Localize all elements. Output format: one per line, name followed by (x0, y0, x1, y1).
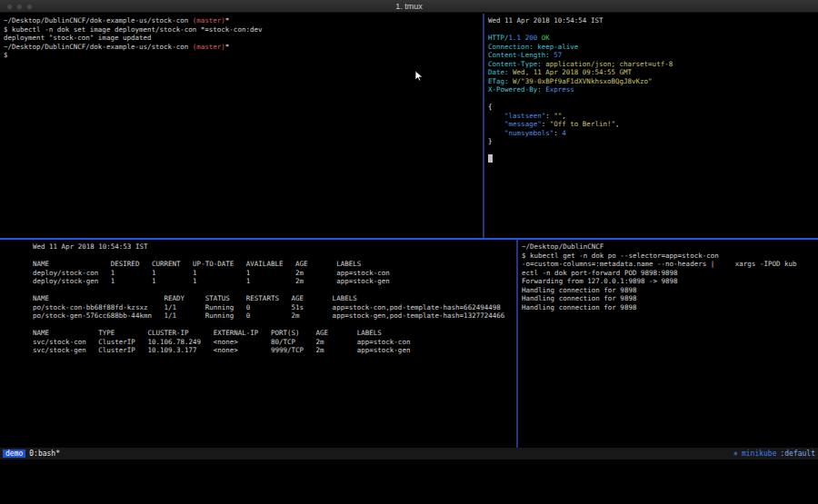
terminal-line: Date: Wed, 11 Apr 2018 09:54:55 GMT (488, 68, 818, 77)
close-button[interactable] (6, 4, 13, 10)
terminal-line (33, 321, 516, 330)
pane-http-response[interactable]: Wed 11 Apr 2018 10:54:54 IST HTTP/1.1 20… (484, 14, 818, 238)
terminal-line: X-Powered-By: Express (488, 85, 818, 94)
pane-shell-kubectl-set-image[interactable]: ~/Desktop/DublinCNCF/dok-example-us/stoc… (0, 14, 483, 238)
terminal-line: { (488, 103, 818, 112)
kube-context-icon: ⎈ (733, 450, 738, 458)
pane-port-forward[interactable]: ~/Desktop/DublinCNCF$ kubectl get -n dok… (518, 240, 818, 448)
terminal-line: -o=custom-columns=:metadata.name --no-he… (522, 260, 818, 269)
terminal-line: Wed 11 Apr 2018 10:54:54 IST (488, 16, 818, 25)
kube-context-name: minikube (742, 450, 777, 458)
terminal-line: po/stock-gen-576cc688bb-44kmn 1/1 Runnin… (33, 311, 516, 321)
pane-kubectl-get-watch[interactable]: Wed 11 Apr 2018 10:54:53 IST NAME DESIRE… (0, 240, 516, 448)
terminal-line: "numsymbols": 4 (488, 129, 818, 138)
terminal-line (488, 154, 818, 163)
terminal-line: po/stock-con-bb68f88fd-kzsxz 1/1 Running… (33, 303, 516, 312)
terminal-line: Connection: keep-alive (488, 43, 818, 52)
terminal-line: NAME TYPE CLUSTER-IP EXTERNAL-IP PORT(S)… (33, 329, 516, 338)
terminal-line (488, 146, 818, 155)
terminal-line (33, 286, 516, 295)
tmux-session-name[interactable]: demo (3, 450, 25, 458)
terminal-line: "message": "Off to Berlin!", (488, 120, 818, 129)
terminal-line (488, 94, 818, 104)
terminal-line: Handling connection for 9898 (522, 303, 818, 312)
terminal-window: 1. tmux ~/Desktop/DublinCNCF/dok-example… (0, 0, 818, 460)
terminal-line: $ kubectl get -n dok po --selector=app=s… (522, 252, 818, 261)
minimize-button[interactable] (16, 4, 23, 10)
terminal-line: } (488, 137, 818, 146)
terminal-line: deployment "stock-con" image updated (4, 34, 483, 43)
terminal-line: HTTP/1.1 200 OK (488, 34, 818, 43)
window-title: 1. tmux (395, 2, 423, 11)
terminal-line (33, 252, 516, 261)
terminal-line: $ (4, 51, 483, 60)
terminal-line: NAME DESIRED CURRENT UP-TO-DATE AVAILABL… (33, 260, 516, 269)
pane-divider-horizontal (0, 238, 818, 240)
terminal-line: svc/stock-con ClusterIP 10.106.78.249 <n… (33, 338, 516, 347)
terminal-line: Forwarding from 127.0.0.1:9898 -> 9898 (522, 277, 818, 286)
terminal-line: ~/Desktop/DublinCNCF (522, 242, 818, 252)
terminal-line: ectl -n dok port-forward POD 9898:9898 (522, 269, 818, 278)
kube-namespace: :default (780, 450, 815, 458)
terminal-line: ETag: W/"39-0xBPf9aF1dXVNkhsxoBQgJ8vKzo" (488, 77, 818, 86)
terminal-line: svc/stock-gen ClusterIP 10.109.3.177 <no… (33, 346, 516, 355)
pane-divider-vertical-top (483, 14, 484, 238)
terminal-line: $ kubectl -n dok set image deployment/st… (4, 25, 483, 35)
terminal-line: ~/Desktop/DublinCNCF/dok-example-us/stoc… (4, 16, 483, 25)
terminal-line: Content-Length: 57 (488, 51, 818, 60)
terminal-line: Handling connection for 9898 (522, 294, 818, 303)
terminal-line (488, 25, 818, 35)
terminal-line: Content-Type: application/json; charset=… (488, 60, 818, 69)
window-titlebar[interactable]: 1. tmux (0, 0, 818, 13)
tmux-window-flag[interactable]: 0:bash* (29, 450, 60, 458)
terminal-line: ~/Desktop/DublinCNCF/dok-example-us/stoc… (4, 43, 483, 52)
traffic-lights (6, 4, 33, 10)
terminal-line: deploy/stock-gen 1 1 1 1 2m app=stock-ge… (33, 277, 516, 286)
terminal-line: Handling connection for 9898 (522, 286, 818, 295)
terminal-line: Wed 11 Apr 2018 10:54:53 IST (33, 242, 516, 252)
terminal-line: "lastseen": "", (488, 112, 818, 121)
tmux-status-bar: demo 0:bash* ⎈ minikube :default (0, 448, 818, 460)
pane-divider-vertical-bottom (516, 240, 518, 448)
mouse-cursor-icon (414, 71, 424, 82)
zoom-button[interactable] (26, 4, 33, 10)
terminal-line: deploy/stock-con 1 1 1 1 2m app=stock-co… (33, 269, 516, 278)
terminal-line: NAME READY STATUS RESTARTS AGE LABELS (33, 294, 516, 303)
